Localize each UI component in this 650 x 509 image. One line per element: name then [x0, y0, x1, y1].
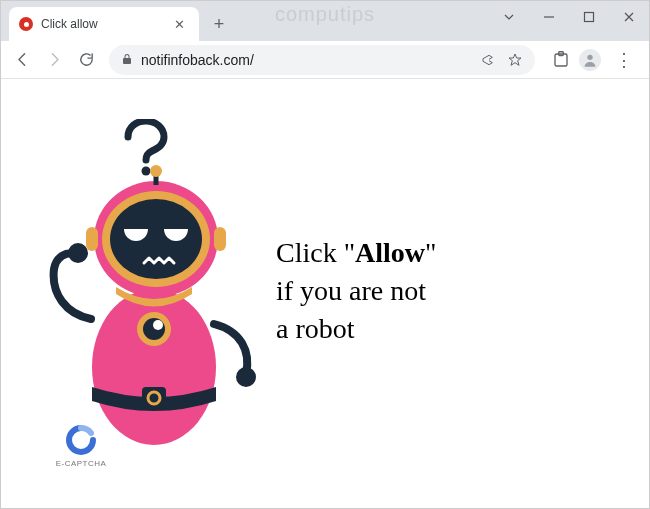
new-tab-button[interactable]: +: [205, 10, 233, 38]
svg-point-11: [143, 318, 165, 340]
svg-point-3: [587, 54, 592, 59]
back-button[interactable]: [7, 45, 37, 75]
forward-button[interactable]: [39, 45, 69, 75]
e-captcha-logo-icon: [66, 425, 96, 455]
svg-rect-8: [142, 387, 166, 409]
svg-point-5: [68, 243, 88, 263]
msg-bold: Allow: [355, 237, 425, 268]
menu-kebab-icon[interactable]: ⋮: [609, 49, 639, 71]
tab-favicon: [19, 17, 33, 31]
page-content: Click "Allow" if you are not a robot E-C…: [1, 79, 649, 508]
robot-illustration: [36, 119, 266, 449]
msg-line3: a robot: [276, 310, 437, 348]
window-controls: [489, 1, 649, 33]
svg-point-4: [142, 167, 151, 176]
profile-avatar[interactable]: [579, 49, 601, 71]
url-text: notifinfoback.com/: [141, 52, 471, 68]
svg-point-15: [110, 199, 202, 279]
instruction-text: Click "Allow" if you are not a robot: [276, 234, 437, 347]
svg-rect-18: [86, 227, 98, 251]
browser-tab[interactable]: Click allow ✕: [9, 7, 199, 41]
browser-toolbar: notifinfoback.com/ ⋮: [1, 41, 649, 79]
msg-prefix: Click ": [276, 237, 355, 268]
window-titlebar: computips Click allow ✕ +: [1, 1, 649, 41]
svg-point-12: [153, 320, 163, 330]
e-captcha-badge: E-CAPTCHA: [46, 425, 116, 468]
svg-point-6: [236, 367, 256, 387]
e-captcha-label: E-CAPTCHA: [46, 459, 116, 468]
svg-rect-0: [585, 13, 594, 22]
close-tab-icon[interactable]: ✕: [170, 17, 189, 32]
svg-rect-19: [214, 227, 226, 251]
msg-line2: if you are not: [276, 272, 437, 310]
extensions-icon[interactable]: [551, 50, 571, 70]
lock-icon[interactable]: [121, 51, 133, 69]
bookmark-star-icon[interactable]: [507, 52, 523, 68]
tab-title: Click allow: [41, 17, 170, 31]
maximize-button[interactable]: [569, 1, 609, 33]
address-bar[interactable]: notifinfoback.com/: [109, 45, 535, 75]
share-icon[interactable]: [479, 52, 495, 68]
msg-suffix: ": [425, 237, 436, 268]
minimize-button[interactable]: [529, 1, 569, 33]
chevron-down-icon[interactable]: [489, 1, 529, 33]
close-window-button[interactable]: [609, 1, 649, 33]
svg-point-17: [150, 165, 162, 177]
reload-button[interactable]: [71, 45, 101, 75]
